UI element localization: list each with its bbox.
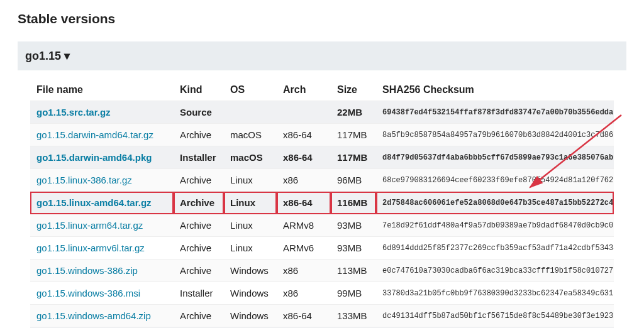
file-link[interactable]: go1.15.linux-386.tar.gz	[36, 175, 132, 185]
col-size: Size	[331, 79, 376, 101]
cell-arch	[277, 101, 331, 124]
cell-size: 117MB	[331, 146, 376, 169]
col-file: File name	[30, 79, 174, 101]
table-row: go1.15.darwin-amd64.tar.gzArchivemacOSx8…	[30, 124, 614, 146]
table-row: go1.15.linux-armv6l.tar.gzArchiveLinuxAR…	[30, 237, 614, 260]
table-row: go1.15.linux-amd64.tar.gzArchiveLinuxx86…	[30, 192, 614, 214]
cell-os: Windows	[224, 305, 277, 327]
file-link[interactable]: go1.15.src.tar.gz	[36, 107, 111, 118]
file-link[interactable]: go1.15.windows-amd64.zip	[36, 310, 151, 321]
cell-arch: x86	[277, 282, 331, 305]
table-row: go1.15.windows-386.msiInstallerWindowsx8…	[30, 282, 614, 305]
table-row: go1.15.windows-amd64.zipArchiveWindowsx8…	[30, 305, 614, 327]
file-link[interactable]: go1.15.windows-386.msi	[36, 288, 140, 298]
version-toggle[interactable]: go1.15 ▾	[18, 41, 626, 70]
table-row: go1.15.linux-arm64.tar.gzArchiveLinuxARM…	[30, 214, 614, 237]
cell-os: Linux	[224, 237, 277, 260]
cell-size: 117MB	[331, 124, 376, 146]
cell-kind: Archive	[174, 124, 224, 146]
cell-kind: Installer	[174, 282, 224, 305]
cell-arch: x86-64	[277, 192, 331, 214]
cell-os: Linux	[224, 214, 277, 237]
cell-kind: Archive	[174, 214, 224, 237]
cell-checksum: 68ce979083126694ceef60233f69efe870f54924…	[376, 169, 614, 192]
cell-os: Windows	[224, 260, 277, 282]
cell-checksum: 33780d3a21b05fc0bb9f76380390d3233bc62347…	[376, 282, 614, 305]
cell-arch: ARMv6	[277, 237, 331, 260]
cell-size: 93MB	[331, 237, 376, 260]
cell-os: Linux	[224, 192, 277, 214]
cell-size: 113MB	[331, 260, 376, 282]
table-row: go1.15.darwin-amd64.pkgInstallermacOSx86…	[30, 146, 614, 169]
cell-kind: Archive	[174, 169, 224, 192]
cell-os: macOS	[224, 146, 277, 169]
cell-arch: x86-64	[277, 305, 331, 327]
file-link[interactable]: go1.15.linux-amd64.tar.gz	[36, 197, 152, 208]
cell-size: 99MB	[331, 282, 376, 305]
file-link[interactable]: go1.15.darwin-amd64.tar.gz	[36, 129, 153, 140]
cell-checksum: 69438f7ed4f532154ffaf878f3dfd83747e7a00b…	[376, 101, 614, 124]
cell-size: 116MB	[331, 192, 376, 214]
cell-os	[224, 101, 277, 124]
cell-os: Windows	[224, 282, 277, 305]
cell-arch: x86-64	[277, 124, 331, 146]
cell-arch: ARMv8	[277, 214, 331, 237]
col-kind: Kind	[174, 79, 224, 101]
cell-checksum: 2d75848ac606061efe52a8068d0e647b35ce487a…	[376, 192, 614, 214]
cell-checksum: 8a5fb9c8587854a84957a79b9616070b63d8842d…	[376, 124, 614, 146]
cell-checksum: d84f79d05637df4aba6bbb5cff67d5899ae793c1…	[376, 146, 614, 169]
table-row: go1.15.windows-386.zipArchiveWindowsx861…	[30, 260, 614, 282]
cell-kind: Archive	[174, 305, 224, 327]
cell-os: Linux	[224, 169, 277, 192]
table-row: go1.15.src.tar.gzSource22MB69438f7ed4f53…	[30, 101, 614, 124]
cell-kind: Installer	[174, 146, 224, 169]
cell-checksum: e0c747610a73030cadba6f6ac319bca33cfff19b…	[376, 260, 614, 282]
page-heading: Stable versions	[18, 11, 626, 26]
cell-os: macOS	[224, 124, 277, 146]
cell-kind: Archive	[174, 260, 224, 282]
cell-arch: x86-64	[277, 146, 331, 169]
cell-kind: Archive	[174, 237, 224, 260]
downloads-table: File name Kind OS Arch Size SHA256 Check…	[30, 79, 614, 328]
cell-size: 96MB	[331, 169, 376, 192]
version-label: go1.15 ▾	[25, 50, 70, 62]
col-sha: SHA256 Checksum	[376, 79, 614, 101]
cell-checksum: dc491314dff5b87ad50bf1cf56715de8f8c54489…	[376, 305, 614, 327]
file-link[interactable]: go1.15.linux-armv6l.tar.gz	[36, 243, 145, 253]
cell-size: 22MB	[331, 101, 376, 124]
cell-size: 133MB	[331, 305, 376, 327]
cell-arch: x86	[277, 169, 331, 192]
cell-checksum: 7e18d92f61ddf480a4f9a57db09389ae7b9dadf6…	[376, 214, 614, 237]
table-row: go1.15.linux-386.tar.gzArchiveLinuxx8696…	[30, 169, 614, 192]
cell-kind: Source	[174, 101, 224, 124]
file-link[interactable]: go1.15.linux-arm64.tar.gz	[36, 220, 143, 231]
col-os: OS	[224, 79, 277, 101]
file-link[interactable]: go1.15.darwin-amd64.pkg	[36, 152, 152, 163]
file-link[interactable]: go1.15.windows-386.zip	[36, 265, 138, 276]
col-arch: Arch	[277, 79, 331, 101]
cell-kind: Archive	[174, 192, 224, 214]
cell-size: 93MB	[331, 214, 376, 237]
cell-checksum: 6d8914ddd25f85f2377c269ccfb359acf53adf71…	[376, 237, 614, 260]
cell-arch: x86	[277, 260, 331, 282]
